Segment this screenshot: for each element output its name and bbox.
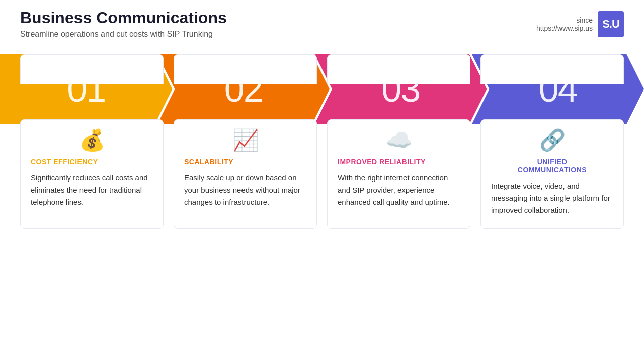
chart-icon: 📈 [232, 130, 259, 151]
card-1-icon-area: 💰 [31, 130, 153, 151]
website-url: https://www.sip.us [536, 24, 593, 32]
card-improved-reliability: ☁️ IMPROVED RELIABILITY With the right i… [327, 119, 470, 229]
card-2-text: Easily scale up or down based on your bu… [184, 172, 306, 208]
page-header: Business Communications Streamline opera… [0, 0, 644, 44]
card-1-title: COST EFFICIENCY [31, 158, 153, 166]
card-4-title: UNIFIEDCOMMUNICATIONS [491, 158, 613, 174]
card-3-text: With the right internet connection and S… [338, 172, 460, 208]
card-4-icon-area: 🔗 [491, 130, 613, 151]
header-meta: since https://www.sip.us [536, 16, 593, 32]
link-icon: 🔗 [539, 130, 566, 151]
card-1-text: Significantly reduces call costs and eli… [31, 172, 153, 208]
page-title: Business Communications [20, 9, 227, 27]
card-4-text: Integrate voice, video, and messaging in… [491, 180, 613, 216]
card-bg-4 [480, 54, 624, 84]
header-right: since https://www.sip.us S.U [536, 11, 624, 37]
card-bg-1 [20, 54, 164, 84]
page-subtitle: Streamline operations and cut costs with… [20, 30, 227, 39]
card-2-icon-area: 📈 [184, 130, 306, 151]
card-3-icon-area: ☁️ [338, 130, 460, 151]
card-bg-3 [327, 54, 470, 84]
card-2-title: SCALABILITY [184, 158, 306, 166]
card-scalability: 📈 SCALABILITY Easily scale up or down ba… [174, 119, 317, 229]
money-bag-icon: 💰 [79, 130, 105, 151]
card-unified-communications: 🔗 UNIFIEDCOMMUNICATIONS Integrate voice,… [480, 119, 624, 229]
card-cost-efficiency: 💰 COST EFFICIENCY Significantly reduces … [20, 119, 164, 229]
since-label: since [536, 16, 593, 24]
card-3-title: IMPROVED RELIABILITY [338, 158, 460, 166]
top-cards-background [0, 54, 644, 84]
cloud-icon: ☁️ [386, 130, 412, 151]
company-logo: S.U [598, 11, 624, 37]
header-left: Business Communications Streamline opera… [20, 9, 227, 39]
cards-container: 💰 COST EFFICIENCY Significantly reduces … [0, 119, 644, 229]
card-bg-2 [174, 54, 317, 84]
